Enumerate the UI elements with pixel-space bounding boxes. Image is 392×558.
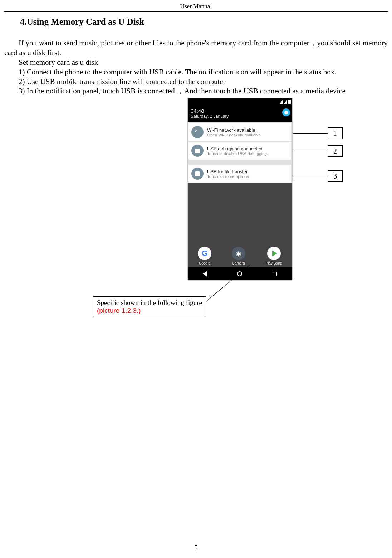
android-icon bbox=[191, 168, 204, 180]
notif-title: Wi-Fi network available bbox=[207, 127, 289, 133]
annotation-box: Specific shown in the following figure (… bbox=[93, 296, 206, 317]
clock-time: 04:48 bbox=[191, 108, 289, 114]
callout-label-2: 2 bbox=[333, 147, 337, 155]
nav-bar bbox=[188, 267, 292, 280]
para-3: 1) Connect the phone to the computer wit… bbox=[4, 67, 388, 77]
app-label: Google bbox=[198, 261, 211, 265]
notif-sub: Open Wi-Fi network available bbox=[207, 133, 289, 137]
notif-title: USB debugging connected bbox=[207, 146, 289, 151]
dock-row: G Google ◉ Camera Play Store bbox=[188, 247, 292, 265]
notif-sub: Touch for more options. bbox=[207, 174, 289, 179]
page-header: User Manual bbox=[0, 0, 392, 10]
para-4: 2) Use USB mobile transmission line will… bbox=[4, 77, 388, 87]
callout-label-3: 3 bbox=[333, 172, 337, 180]
notification-header: 04:48 Saturday, 2 January bbox=[188, 106, 292, 122]
notification-item-usb-debug[interactable]: USB debugging connected Touch to disable… bbox=[188, 142, 291, 160]
callout-line-2 bbox=[293, 151, 328, 151]
callout-box-1: 1 bbox=[328, 127, 343, 139]
signal-icon-2 bbox=[284, 100, 287, 104]
callout-line-3 bbox=[293, 176, 328, 176]
app-camera[interactable]: ◉ Camera bbox=[232, 247, 245, 265]
annotation-red-text: (picture 1.2.3.) bbox=[97, 307, 141, 314]
callout-line-1 bbox=[293, 133, 328, 134]
camera-icon: ◉ bbox=[232, 247, 245, 260]
figure-area: 04:48 Saturday, 2 January Wi-Fi network … bbox=[0, 98, 392, 331]
status-icons bbox=[280, 100, 291, 104]
google-icon: G bbox=[198, 247, 211, 260]
callout-label-1: 1 bbox=[333, 129, 337, 137]
play-store-icon bbox=[267, 247, 281, 260]
back-icon[interactable] bbox=[203, 271, 207, 277]
notif-sub: Touch to disable USB debugging. bbox=[207, 151, 289, 156]
battery-icon bbox=[288, 100, 291, 104]
signal-icon bbox=[280, 100, 283, 104]
wifi-icon bbox=[191, 126, 204, 138]
phone-screenshot: 04:48 Saturday, 2 January Wi-Fi network … bbox=[187, 98, 293, 281]
para-1: If you want to send music, pictures or o… bbox=[4, 38, 388, 58]
recent-icon[interactable] bbox=[273, 272, 277, 276]
app-google[interactable]: G Google bbox=[198, 247, 211, 265]
clock-date: Saturday, 2 January bbox=[191, 114, 289, 119]
header-title: User Manual bbox=[180, 3, 212, 10]
annotation-text: Specific shown in the following figure bbox=[97, 299, 202, 306]
notif-title: USB for file transfer bbox=[207, 169, 289, 174]
notification-separator bbox=[188, 160, 292, 164]
header-rule bbox=[4, 11, 388, 12]
body-text: If you want to send music, pictures or o… bbox=[4, 38, 388, 96]
app-label: Play Store bbox=[266, 261, 282, 265]
section-title: 4.Using Memory Card as U Disk bbox=[20, 17, 392, 27]
callout-box-3: 3 bbox=[328, 170, 343, 182]
callout-box-2: 2 bbox=[328, 145, 343, 157]
app-play-store[interactable]: Play Store bbox=[266, 247, 282, 265]
para-2: Set memory card as u disk bbox=[4, 58, 388, 67]
app-label: Camera bbox=[232, 261, 245, 265]
page-number: 5 bbox=[0, 544, 392, 552]
android-icon bbox=[191, 145, 204, 157]
notification-list: Wi-Fi network available Open Wi-Fi netwo… bbox=[188, 122, 292, 183]
notification-item-usb-transfer[interactable]: USB for file transfer Touch for more opt… bbox=[188, 165, 291, 183]
status-bar bbox=[188, 98, 292, 106]
notification-item-wifi[interactable]: Wi-Fi network available Open Wi-Fi netwo… bbox=[188, 123, 291, 141]
para-5: 3) In the notification panel, touch USB … bbox=[4, 86, 388, 96]
